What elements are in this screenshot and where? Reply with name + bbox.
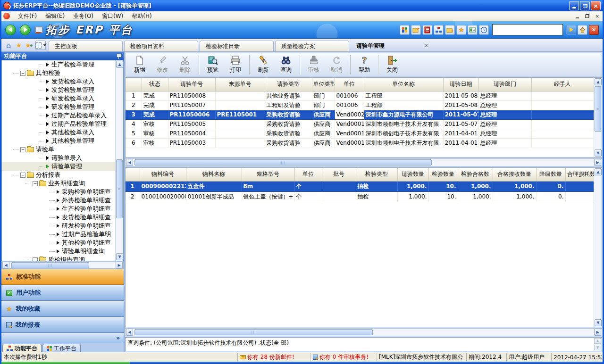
home-nav-button[interactable]	[578, 25, 587, 35]
tree-item[interactable]: 其他检验单明细查	[2, 239, 115, 247]
status-audit-tasks[interactable]: 你有 0 件审核事务!	[310, 353, 377, 362]
column-header[interactable]: 合理损耗数	[565, 168, 597, 181]
table-row[interactable]: 20100100020000001001创新半成品银色上盖（按键）+个抽检1,0…	[126, 191, 597, 202]
column-header[interactable]: 单位	[335, 78, 364, 91]
tree-item[interactable]: 发货检验单录入	[2, 77, 115, 86]
grid-horizontal-scrollbar[interactable]: ◀ ||| ▶	[125, 158, 602, 166]
grid-vertical-scrollbar[interactable]: ▲ ≡ ▼	[594, 78, 602, 157]
column-header[interactable]: 合格接收数量	[493, 168, 536, 181]
tree-item[interactable]: 请验单录入	[2, 154, 115, 162]
column-header[interactable]: 状态	[142, 78, 168, 91]
tree-item[interactable]: 生产检验单管理	[2, 60, 115, 69]
tree-item[interactable]: 研发检验单明细查	[2, 222, 115, 230]
column-header[interactable]: 降级数量	[536, 168, 565, 181]
tab-quality-plan[interactable]: 质量检验方案	[275, 41, 349, 51]
edit-button[interactable]: 修改	[151, 54, 174, 75]
menu-window[interactable]: 窗口(W)	[98, 11, 127, 21]
column-header[interactable]: 物料名称	[186, 168, 242, 181]
column-header[interactable]: 请验数量	[397, 168, 428, 181]
table-row[interactable]: 1完成PR11050008其他业务请验部门001006工程部2011-05-08…	[126, 91, 597, 100]
column-header[interactable]: 单位	[294, 168, 322, 181]
tree-item[interactable]: 生产检验单明细查	[2, 205, 115, 213]
delete-button[interactable]: 删除	[174, 54, 196, 75]
panel-overflow-row[interactable]: »	[1, 333, 124, 343]
column-header[interactable]: 检验数量	[428, 168, 458, 181]
column-header[interactable]: 请验部门	[478, 78, 531, 91]
tree-item[interactable]: 外协检验单明细查	[2, 196, 115, 205]
pin-icon[interactable]	[117, 54, 121, 59]
column-header[interactable]: 单位名称	[364, 78, 443, 91]
tree-item[interactable]: −其他检验	[2, 69, 115, 77]
collapse-icon[interactable]: −	[33, 257, 38, 261]
tree-item[interactable]: 过期产品检验单明	[2, 230, 115, 239]
scrollbar-thumb[interactable]: ≡	[116, 159, 123, 218]
forward-button[interactable]	[20, 25, 31, 35]
tree-item[interactable]: 研发检验单管理	[2, 103, 115, 111]
tree-item[interactable]: 其他检验单管理	[2, 137, 115, 145]
grid-vertical-scrollbar[interactable]: ▲ ▼	[594, 168, 602, 327]
menu-business[interactable]: 业务(O)	[69, 11, 98, 21]
tab-inspection-standards[interactable]: 检验标准目录	[200, 41, 274, 51]
history-button[interactable]	[479, 25, 489, 35]
tree-item[interactable]: 过期产品检验单录入	[2, 111, 115, 120]
collapse-icon[interactable]: −	[20, 173, 25, 178]
column-header[interactable]: 请验类型	[265, 78, 312, 91]
tab-inspection-items[interactable]: 检验项目资料	[124, 41, 198, 51]
scrollbar-thumb[interactable]: |||	[134, 159, 432, 165]
inline-editor-cell[interactable]: Vend0002	[335, 110, 364, 119]
tab-work-platform[interactable]: 工作平台	[42, 344, 81, 353]
scroll-down-icon[interactable]: ▼	[595, 149, 602, 157]
favorites-button[interactable]: ★	[456, 25, 466, 35]
tree-item[interactable]: 其他检验单录入	[2, 128, 115, 137]
tree-item[interactable]: −质检报告查询	[2, 256, 115, 261]
new-button[interactable]: 新增	[128, 54, 151, 75]
column-header[interactable]: 检验合格数	[458, 168, 493, 181]
panel-my-favorites[interactable]: ★ 我的收藏	[1, 301, 124, 317]
scroll-down-icon[interactable]: ▼	[595, 319, 602, 326]
contacts-button[interactable]	[468, 25, 478, 35]
column-header[interactable]: 规格型号	[242, 168, 294, 181]
notes-button[interactable]	[422, 25, 432, 35]
tab-close-icon[interactable]: x	[425, 42, 428, 49]
apps-grid-button[interactable]	[400, 25, 410, 35]
tree-item[interactable]: 请验单管理	[2, 162, 115, 171]
scroll-up-icon[interactable]: ▲	[595, 168, 602, 175]
scrollbar-thumb[interactable]: |||	[134, 329, 373, 335]
collapse-icon[interactable]: −	[20, 147, 25, 152]
quick-search-input[interactable]	[492, 24, 563, 35]
scroll-down-icon[interactable]: ▼	[116, 253, 123, 260]
panel-user-functions[interactable]: ✓ 用户功能	[1, 285, 124, 301]
print-button[interactable]: 打印	[224, 54, 247, 75]
table-row[interactable]: 2完成PR11050007工程研发请验部门001006工程部2011-05-08…	[126, 100, 597, 110]
mdi-restore-button[interactable]	[584, 13, 591, 19]
tree-item[interactable]: 采购检验单明细查	[2, 188, 115, 196]
add-favorite-icon[interactable]: ★＋	[25, 41, 34, 50]
scroll-left-icon[interactable]: ◀	[126, 329, 133, 336]
column-header[interactable]	[126, 78, 142, 91]
scrollbar-thumb[interactable]: ≡	[595, 86, 601, 132]
scroll-up-icon[interactable]: ▲	[595, 78, 602, 85]
scroll-up-icon[interactable]: ▲	[594, 338, 601, 344]
tree-item[interactable]: 过期产品检验单管理	[2, 120, 115, 128]
scroll-down-icon[interactable]: ▼	[594, 345, 601, 350]
table-row[interactable]: 1000900002212五金件8m个抽检1,000.10.1,000.1,00…	[126, 181, 597, 191]
export-button[interactable]	[411, 25, 421, 35]
back-button[interactable]	[5, 25, 16, 35]
column-header[interactable]: 来源单号	[215, 78, 265, 91]
detail-horizontal-scrollbar[interactable]: ◀ ||| ▶	[125, 328, 602, 336]
tab-main-panel[interactable]: 主控面板	[49, 41, 123, 51]
mdi-minimize-button[interactable]	[574, 13, 581, 19]
menu-file[interactable]: 文件(F)	[14, 11, 41, 21]
favorite-star-icon[interactable]: ★	[15, 41, 23, 50]
chevron-more-icon[interactable]: »	[116, 335, 120, 341]
column-header[interactable]: 单位类型	[312, 78, 335, 91]
menu-help[interactable]: 帮助(H)	[127, 11, 156, 21]
panel-my-reports[interactable]: 我的报表	[1, 317, 124, 333]
close-form-button[interactable]: 关闭	[381, 54, 403, 75]
window-list-button[interactable]	[35, 41, 46, 50]
column-header[interactable]: 批号	[322, 168, 356, 181]
sidebar-vertical-scrollbar[interactable]: ▲ ≡ ▼	[115, 60, 123, 261]
tree-item[interactable]: −请验单	[2, 145, 115, 154]
help-button[interactable]: ? 帮助	[353, 54, 376, 75]
tree-item[interactable]: 请验单明细查询	[2, 247, 115, 256]
